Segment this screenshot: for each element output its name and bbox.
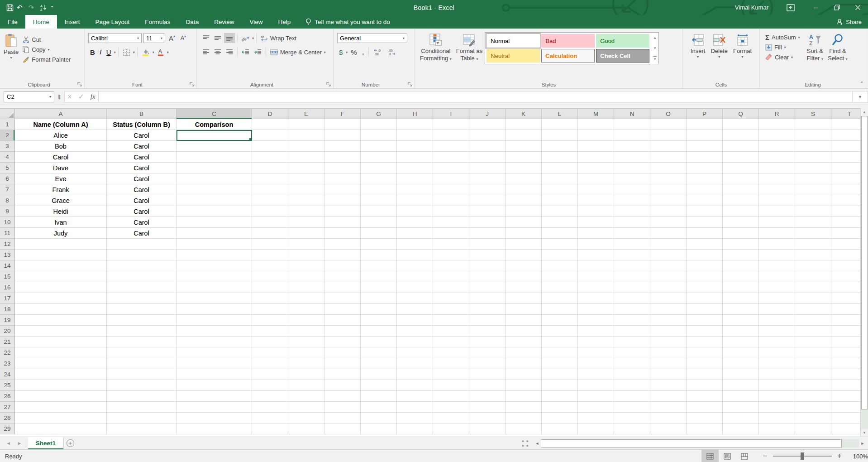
grid-cell-P7[interactable] [687,184,723,195]
grid-cell-I11[interactable] [433,228,469,239]
grid-cell-G4[interactable] [361,152,397,163]
grid-cell-B25[interactable] [107,380,176,391]
cell-style-calculation[interactable]: Calculation [541,49,595,63]
grid-cell-R20[interactable] [759,326,795,337]
grid-cell-R25[interactable] [759,380,795,391]
column-header-P[interactable]: P [687,109,723,119]
cancel-button[interactable]: × [67,93,72,101]
grid-cell-P18[interactable] [687,304,723,315]
grid-cell-J8[interactable] [469,195,506,206]
grid-cell-O22[interactable] [650,347,687,358]
grid-cell-B2[interactable]: Carol [107,130,176,141]
grid-cell-A16[interactable] [15,282,107,293]
grid-cell-J16[interactable] [469,282,506,293]
grid-cell-O6[interactable] [650,173,687,184]
grid-cell-G2[interactable] [361,130,397,141]
bold-button[interactable]: B [88,47,97,57]
grid-cell-M14[interactable] [578,260,614,271]
column-header-L[interactable]: L [542,109,578,119]
grid-cell-L22[interactable] [542,347,578,358]
grid-cell-B5[interactable]: Carol [107,163,176,173]
grid-cell-G18[interactable] [361,304,397,315]
grid-cell-L19[interactable] [542,315,578,326]
grid-cell-D26[interactable] [252,391,288,402]
customize-quick-access-button[interactable]: ▾ [50,6,53,9]
font-family-select[interactable]: Calibri▾ [88,33,142,43]
grid-cell-A25[interactable] [15,380,107,391]
format-cells-button[interactable]: Format ▾ [731,31,754,60]
tab-review[interactable]: Review [206,15,242,29]
grid-cell-S5[interactable] [795,163,831,173]
cell-style-neutral[interactable]: Neutral [486,49,540,63]
grid-cell-I1[interactable] [433,119,469,130]
grid-cell-I27[interactable] [433,402,469,413]
grid-cell-H4[interactable] [397,152,433,163]
align-left-button[interactable] [200,47,211,57]
grid-cell-M3[interactable] [578,141,614,152]
grid-cell-A17[interactable] [15,293,107,304]
grid-cell-F10[interactable] [324,217,361,228]
grid-cell-A9[interactable]: Heidi [15,206,107,217]
grid-cell-I22[interactable] [433,347,469,358]
enter-button[interactable]: ✓ [78,92,84,101]
row-header-24[interactable]: 24 [0,369,15,380]
grid-cell-R18[interactable] [759,304,795,315]
grid-cell-H25[interactable] [397,380,433,391]
styles-scroll-up-button[interactable]: ▲ [651,33,658,43]
grid-cell-A13[interactable] [15,250,107,260]
column-header-M[interactable]: M [578,109,614,119]
grid-cell-A11[interactable]: Judy [15,228,107,239]
grid-cell-F20[interactable] [324,326,361,337]
grid-cell-L5[interactable] [542,163,578,173]
grid-cell-K9[interactable] [506,206,542,217]
grid-cell-L23[interactable] [542,358,578,369]
grid-cell-K6[interactable] [506,173,542,184]
font-size-select[interactable]: 11▾ [143,33,165,43]
column-header-K[interactable]: K [506,109,542,119]
grid-cell-H24[interactable] [397,369,433,380]
grid-cell-R21[interactable] [759,337,795,347]
grid-cell-D20[interactable] [252,326,288,337]
grid-cell-G27[interactable] [361,402,397,413]
grid-cell-F28[interactable] [324,413,361,424]
grid-cell-H14[interactable] [397,260,433,271]
grid-cell-O2[interactable] [650,130,687,141]
grid-cell-R17[interactable] [759,293,795,304]
zoom-slider[interactable]: − + [762,452,843,460]
grid-cell-A1[interactable]: Name (Column A) [15,119,107,130]
cell-style-normal[interactable]: Normal [486,34,540,48]
row-header-29[interactable]: 29 [0,424,15,434]
formula-input[interactable] [99,91,853,103]
grid-cell-O18[interactable] [650,304,687,315]
grid-cell-M15[interactable] [578,271,614,282]
autosum-button[interactable]: Σ AutoSum ▾ [763,32,802,42]
grid-cell-B29[interactable] [107,424,176,434]
grid-cell-C24[interactable] [176,369,252,380]
grid-cell-L7[interactable] [542,184,578,195]
grid-cell-D10[interactable] [252,217,288,228]
grid-cell-S18[interactable] [795,304,831,315]
grid-cell-J17[interactable] [469,293,506,304]
decrease-font-size-button[interactable]: A▾ [179,33,188,43]
grid-cell-E24[interactable] [288,369,324,380]
grid-cell-I19[interactable] [433,315,469,326]
row-header-21[interactable]: 21 [0,337,15,347]
grid-cell-O24[interactable] [650,369,687,380]
grid-cell-S19[interactable] [795,315,831,326]
grid-cell-C18[interactable] [176,304,252,315]
grid-cell-S28[interactable] [795,413,831,424]
grid-cell-K8[interactable] [506,195,542,206]
select-all-corner[interactable] [0,109,15,119]
grid-cell-O14[interactable] [650,260,687,271]
grid-cell-K11[interactable] [506,228,542,239]
number-dialog-launcher[interactable] [408,82,412,87]
collapse-ribbon-button[interactable]: ⌃ [860,81,864,87]
grid-cell-O16[interactable] [650,282,687,293]
grid-cell-C6[interactable] [176,173,252,184]
grid-cell-P2[interactable] [687,130,723,141]
row-header-23[interactable]: 23 [0,358,15,369]
grid-cell-B28[interactable] [107,413,176,424]
grid-cell-H29[interactable] [397,424,433,434]
grid-cell-C4[interactable] [176,152,252,163]
grid-cell-F17[interactable] [324,293,361,304]
